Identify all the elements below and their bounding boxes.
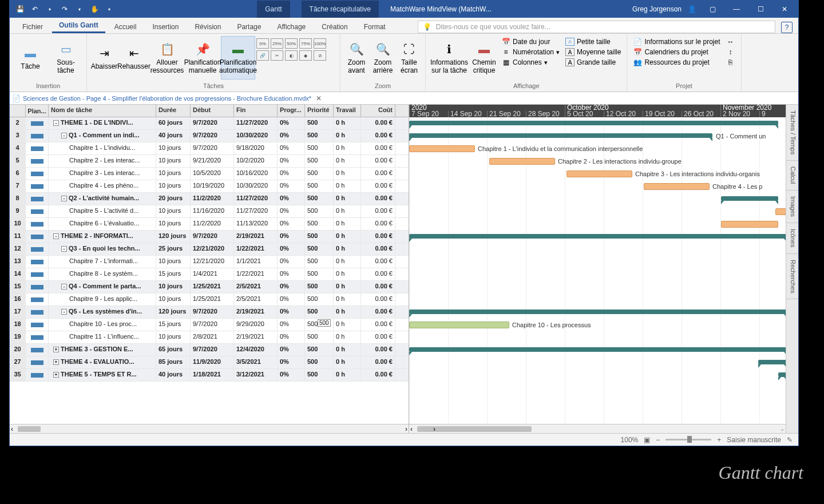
end-cell[interactable]: 11/27/2020 xyxy=(234,205,278,217)
tab-outils-gantt[interactable]: Outils Gantt xyxy=(52,19,105,33)
start-cell[interactable]: 9/7/2020 xyxy=(191,130,234,142)
row-number[interactable]: 6 xyxy=(10,168,26,180)
help-button[interactable]: ? xyxy=(781,22,793,33)
table-row[interactable]: 17-Q5 - Les systèmes d'in...120 jours9/7… xyxy=(10,306,409,319)
zoom-slider[interactable] xyxy=(665,439,711,440)
end-cell[interactable]: 9/18/2020 xyxy=(234,142,278,154)
date-jour-button[interactable]: 📅Date du jour xyxy=(499,37,562,46)
plan-mode-cell[interactable] xyxy=(26,130,49,142)
toggle-icon[interactable]: - xyxy=(61,284,67,289)
scroll-left-icon[interactable]: ‹ xyxy=(11,425,13,433)
plan-mode-cell[interactable] xyxy=(26,369,49,381)
summary-bar[interactable] xyxy=(409,121,778,125)
task-name-cell[interactable]: +THEME 5 - TEMPS ET R... xyxy=(49,369,156,381)
cost-cell[interactable]: 0.00 € xyxy=(361,268,395,280)
duration-cell[interactable]: 10 jours xyxy=(156,281,191,293)
work-cell[interactable]: 0 h xyxy=(334,356,361,368)
table-row[interactable]: 6Chapitre 3 - Les interac...10 jours10/5… xyxy=(10,168,409,180)
side-tab-calcul[interactable]: Calcul xyxy=(786,161,798,191)
progress-cell[interactable]: 0% xyxy=(278,306,305,318)
col-rownum[interactable] xyxy=(10,105,26,117)
table-row[interactable]: 13Chapitre 7 - L'informati...10 jours12/… xyxy=(10,256,409,268)
close-icon[interactable]: ✕ xyxy=(774,1,795,17)
start-cell[interactable]: 1/18/2021 xyxy=(191,369,234,381)
col-debut[interactable]: Début xyxy=(191,105,234,117)
start-cell[interactable]: 11/2/2020 xyxy=(191,218,234,230)
start-cell[interactable]: 1/25/2021 xyxy=(191,293,234,305)
sous-tache-button[interactable]: ▭Sous-tâche xyxy=(49,36,83,80)
task-bar[interactable] xyxy=(775,208,787,215)
title-tab-gantt[interactable]: Gantt xyxy=(257,1,290,18)
start-cell[interactable]: 9/7/2020 xyxy=(191,306,234,318)
moyenne-taille-button[interactable]: AMoyenne taille xyxy=(563,47,623,57)
start-cell[interactable]: 9/7/2020 xyxy=(191,231,234,243)
cost-cell[interactable]: 0.00 € xyxy=(361,243,395,255)
export-icon[interactable]: ⎘ xyxy=(724,58,738,67)
priority-cell[interactable]: 500 xyxy=(305,243,334,255)
end-cell[interactable]: 3/5/2021 xyxy=(234,356,278,368)
task-bar[interactable]: Chapitre 1 - L'individu et la communicat… xyxy=(409,145,475,152)
task-name-cell[interactable]: -Q1 - Comment un indi... xyxy=(49,130,156,142)
progress-cell[interactable]: 0% xyxy=(278,142,305,154)
row-number[interactable]: 2 xyxy=(10,117,26,129)
cost-cell[interactable]: 0.00 € xyxy=(361,155,395,167)
task-name-cell[interactable]: Chapitre 10 - Les proc... xyxy=(49,319,156,331)
start-cell[interactable]: 11/9/2020 xyxy=(191,356,234,368)
end-cell[interactable]: 11/13/2020 xyxy=(234,218,278,230)
duration-cell[interactable]: 40 jours xyxy=(156,130,191,142)
duration-cell[interactable]: 40 jours xyxy=(156,369,191,381)
row-number[interactable]: 16 xyxy=(10,293,26,305)
progress-cell[interactable]: 0% xyxy=(278,331,305,343)
end-cell[interactable]: 10/30/2020 xyxy=(234,130,278,142)
table-row[interactable]: 5Chapitre 2 - Les interac...10 jours9/21… xyxy=(10,155,409,168)
col-priorite[interactable]: Priorité xyxy=(305,105,334,117)
plan-mode-cell[interactable] xyxy=(26,256,49,268)
col-plan[interactable]: Plan... xyxy=(26,105,49,117)
plan-mode-cell[interactable] xyxy=(26,268,49,280)
grande-taille-button[interactable]: AGrande taille xyxy=(563,58,623,67)
end-cell[interactable]: 1/1/2021 xyxy=(234,256,278,268)
priority-cell[interactable]: 500 xyxy=(305,306,334,318)
row-number[interactable]: 20 xyxy=(10,344,26,356)
cost-cell[interactable]: 0.00 € xyxy=(361,180,395,192)
table-row[interactable]: 8-Q2 - L'activité humain...20 jours11/2/… xyxy=(10,193,409,205)
handwriting-label[interactable]: Saisie manuscrite xyxy=(727,436,781,444)
plan-mode-cell[interactable] xyxy=(26,193,49,205)
start-cell[interactable]: 9/21/2020 xyxy=(191,155,234,167)
table-row[interactable]: 20+THEME 3 - GESTION E...65 jours9/7/202… xyxy=(10,344,409,356)
plan-mode-cell[interactable] xyxy=(26,319,49,331)
plan-mode-cell[interactable] xyxy=(26,356,49,368)
row-number[interactable]: 17 xyxy=(10,306,26,318)
tell-me-search[interactable]: 💡 Dites-nous ce que vous voulez faire... xyxy=(418,21,775,33)
toggle-icon[interactable]: - xyxy=(53,233,59,239)
row-number[interactable]: 3 xyxy=(10,130,26,142)
end-cell[interactable]: 2/19/2021 xyxy=(234,231,278,243)
cost-cell[interactable]: 0.00 € xyxy=(361,130,395,142)
priority-cell[interactable]: 500 xyxy=(305,193,334,205)
table-row[interactable]: 3-Q1 - Comment un indi...40 jours9/7/202… xyxy=(10,130,409,142)
table-row[interactable]: 35+THEME 5 - TEMPS ET R...40 jours1/18/2… xyxy=(10,369,409,382)
start-cell[interactable]: 10/5/2020 xyxy=(191,168,234,180)
planification-automatique-button[interactable]: ▬Planification automatique xyxy=(221,36,255,80)
plan-mode-cell[interactable] xyxy=(26,155,49,167)
toggle-icon[interactable]: + xyxy=(53,372,59,378)
work-cell[interactable]: 0 h xyxy=(334,231,361,243)
link-tasks-icon[interactable]: 🔗 xyxy=(256,50,269,61)
cost-cell[interactable]: 0.00 € xyxy=(361,168,395,180)
grid-body[interactable]: 2-THEME 1 - DE L'INDIVI...60 jours9/7/20… xyxy=(10,117,409,424)
calendriers-projet-button[interactable]: 📅Calendriers du projet xyxy=(631,47,722,57)
end-cell[interactable]: 11/27/2020 xyxy=(234,117,278,129)
save-icon[interactable]: 💾 xyxy=(13,2,27,16)
end-cell[interactable]: 2/5/2021 xyxy=(234,281,278,293)
table-row[interactable]: 11-THEME 2 - INFORMATI...120 jours9/7/20… xyxy=(10,231,409,243)
gantt-scroll-left-icon[interactable]: ‹ xyxy=(410,425,413,433)
task-name-cell[interactable]: Chapitre 8 - Le systèm... xyxy=(49,268,156,280)
summary-bar[interactable] xyxy=(721,196,778,201)
priority-cell[interactable]: 500 xyxy=(305,180,334,192)
progress-cell[interactable]: 0% xyxy=(278,281,305,293)
cost-cell[interactable]: 0.00 € xyxy=(361,193,395,205)
priority-cell[interactable]: 500 xyxy=(305,168,334,180)
table-row[interactable]: 14Chapitre 8 - Le systèm...15 jours1/4/2… xyxy=(10,268,409,281)
row-number[interactable]: 10 xyxy=(10,218,26,230)
end-cell[interactable]: 2/19/2021 xyxy=(234,306,278,318)
